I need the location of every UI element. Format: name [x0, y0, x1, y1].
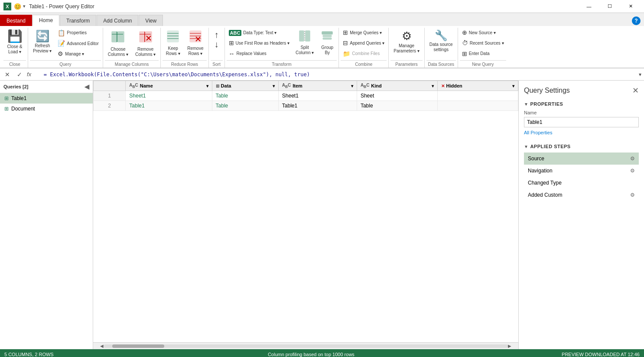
scroll-left-arrow[interactable]: ◀	[100, 344, 104, 348]
settings-close-button[interactable]: ✕	[632, 86, 639, 95]
excel-icon: X	[3, 3, 11, 10]
col-header-data[interactable]: ⊞ Data ▾	[212, 81, 278, 91]
step-navigation[interactable]: Navigation ⚙	[524, 165, 639, 177]
ribbon-label-transform: Transform	[227, 60, 337, 68]
query-settings-panel: Query Settings ✕ ▼ PROPERTIES Name All P…	[518, 81, 644, 349]
close-load-button[interactable]: 💾 Close &Load ▾	[3, 28, 26, 57]
col-header-kind[interactable]: ABC Kind ▾	[357, 81, 437, 91]
combine-files-button[interactable]: 📁 Combine Files	[341, 49, 387, 59]
col-header-item[interactable]: ABC Item ▾	[278, 81, 357, 91]
applied-steps-section: ▼ APPLIED STEPS Source ⚙ Navigation ⚙ Ch…	[524, 144, 639, 201]
properties-label: Properties	[67, 30, 87, 36]
scroll-thumb[interactable]	[112, 344, 164, 348]
help-icon[interactable]: ?	[632, 16, 641, 25]
name-prop-input[interactable]	[524, 117, 639, 127]
col-header-hidden[interactable]: ✕ Hidden ▾	[437, 81, 518, 91]
remove-columns-label: RemoveColumns ▾	[135, 47, 156, 57]
split-column-icon	[299, 30, 311, 44]
query-item-table1[interactable]: ⊞ Table1	[0, 93, 93, 104]
step-changed-type[interactable]: Changed Type	[524, 177, 639, 189]
data-area: ABC Name ▾ ⊞ Data ▾	[93, 81, 518, 349]
queries-header: Queries [2] ◀	[0, 81, 93, 93]
formula-cancel-button[interactable]: ✕	[3, 70, 12, 79]
split-column-button[interactable]: SplitColumn ▾	[293, 28, 317, 58]
item-filter-button[interactable]: ▾	[351, 84, 353, 88]
properties-icon: 📋	[58, 30, 65, 36]
data-grid[interactable]: ABC Name ▾ ⊞ Data ▾	[93, 81, 518, 342]
group-by-button[interactable]: GroupBy	[318, 28, 337, 58]
remove-columns-icon	[139, 30, 153, 46]
remove-rows-button[interactable]: RemoveRows ▾	[184, 28, 206, 58]
tab-add-column[interactable]: Add Column	[97, 15, 138, 26]
new-source-button[interactable]: ⊕ New Source ▾	[460, 28, 506, 38]
ribbon-group-parameters: ⚙ ManageParameters ▾ Parameters	[389, 28, 424, 68]
refresh-preview-button[interactable]: 🔄 RefreshPreview ▾	[30, 28, 55, 59]
hidden-filter-button[interactable]: ▾	[512, 84, 514, 88]
formula-confirm-button[interactable]: ✓	[15, 70, 24, 79]
data-filter-button[interactable]: ▾	[273, 84, 275, 88]
combine-files-label: Combine Files	[352, 51, 380, 56]
choose-columns-label: ChooseColumns ▾	[108, 47, 128, 57]
data-type-button[interactable]: ABC Data Type: Text ▾	[227, 28, 292, 38]
ribbon-buttons-manage-columns: ChooseColumns ▾ RemoveColumns ▾	[105, 28, 159, 59]
append-queries-button[interactable]: ⊟ Append Queries ▾	[341, 38, 387, 48]
choose-columns-button[interactable]: ChooseColumns ▾	[105, 28, 131, 59]
scroll-right-arrow[interactable]: ▶	[508, 344, 511, 348]
first-row-headers-button[interactable]: ⊞ Use First Row as Headers ▾	[227, 38, 292, 48]
ribbon-group-sort: ↑↓ Sort	[209, 28, 225, 68]
step-added-custom-gear[interactable]: ⚙	[630, 192, 635, 198]
advanced-editor-button[interactable]: 📝 Advanced Editor	[55, 39, 101, 49]
new-source-icon: ⊕	[462, 29, 467, 36]
formula-input[interactable]	[42, 71, 634, 78]
data-source-settings-button[interactable]: 🔧 Data sourcesettings	[426, 28, 456, 55]
tab-transform[interactable]: Transform	[60, 15, 96, 26]
replace-values-icon: ↔	[229, 51, 235, 57]
window-controls: — ☐ ✕	[579, 0, 641, 13]
sort-asc-button[interactable]: ↑↓	[211, 28, 223, 52]
manage-parameters-button[interactable]: ⚙ ManageParameters ▾	[390, 28, 422, 56]
data-type-label: Data Type: Text ▾	[243, 30, 276, 36]
row-1-item: Sheet1	[278, 91, 357, 101]
properties-button[interactable]: 📋 Properties	[55, 28, 101, 38]
tab-bestand[interactable]: Bestand	[0, 15, 32, 26]
remove-columns-button[interactable]: RemoveColumns ▾	[132, 28, 159, 59]
close-button[interactable]: ✕	[621, 0, 641, 13]
formula-expand-button[interactable]: ▾	[639, 71, 641, 78]
svg-rect-25	[323, 38, 332, 39]
step-source-gear[interactable]: ⚙	[630, 156, 635, 162]
step-source[interactable]: Source ⚙	[524, 153, 639, 165]
scroll-track[interactable]	[104, 344, 508, 348]
recent-sources-label: Recent Sources ▾	[470, 41, 504, 46]
name-filter-button[interactable]: ▾	[206, 84, 208, 88]
advanced-editor-label: Advanced Editor	[67, 41, 98, 46]
split-column-label: SplitColumn ▾	[296, 45, 314, 55]
document-icon: ⊞	[4, 106, 9, 112]
query-small-group: 📋 Properties 📝 Advanced Editor ⚙ Manage …	[55, 28, 101, 59]
merge-queries-button[interactable]: ⊞ Merge Queries ▾	[341, 28, 387, 38]
choose-columns-icon	[111, 30, 125, 46]
tab-home[interactable]: Home	[33, 15, 59, 26]
replace-values-button[interactable]: ↔ Replace Values	[227, 49, 292, 59]
ribbon-buttons-data-sources: 🔧 Data sourcesettings	[426, 28, 456, 59]
enter-data-button[interactable]: ⊞ Enter Data	[460, 49, 506, 59]
step-navigation-gear[interactable]: ⚙	[630, 168, 635, 174]
manage-button[interactable]: ⚙ Manage ▾	[55, 49, 101, 59]
maximize-button[interactable]: ☐	[600, 0, 620, 13]
tab-view[interactable]: View	[139, 15, 163, 26]
ribbon-group-manage-columns: ChooseColumns ▾ RemoveColumns ▾ Manage C…	[103, 28, 161, 68]
horizontal-scrollbar[interactable]: ◀ ▶	[93, 342, 518, 349]
data-source-settings-label: Data sourcesettings	[429, 42, 453, 52]
col-header-name[interactable]: ABC Name ▾	[126, 81, 212, 91]
query-item-document[interactable]: ⊞ Document	[0, 104, 93, 114]
keep-rows-button[interactable]: KeepRows ▾	[163, 28, 183, 58]
step-added-custom[interactable]: Added Custom ⚙	[524, 189, 639, 201]
ribbon-label-manage-columns: Manage Columns	[105, 60, 159, 68]
kind-filter-button[interactable]: ▾	[432, 84, 434, 88]
window-title: Table1 - Power Query Editor	[29, 3, 579, 10]
all-properties-link[interactable]: All Properties	[524, 130, 639, 135]
queries-collapse-button[interactable]: ◀	[85, 83, 89, 90]
minimize-button[interactable]: —	[579, 0, 599, 13]
recent-sources-button[interactable]: ⏱ Recent Sources ▾	[460, 38, 506, 48]
combine-small-group: ⊞ Merge Queries ▾ ⊟ Append Queries ▾ 📁 C…	[341, 28, 387, 59]
row-1-hidden	[437, 91, 518, 101]
